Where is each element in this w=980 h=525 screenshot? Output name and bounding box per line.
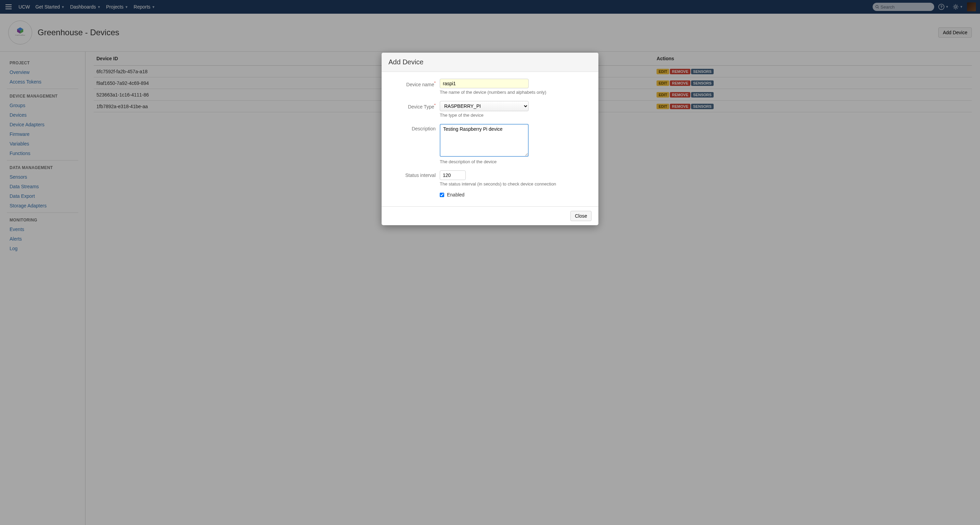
status-interval-input[interactable]: [440, 171, 466, 180]
device-type-label: Device Type*: [388, 101, 440, 110]
enabled-label: Enabled: [447, 192, 465, 198]
modal-overlay: Add Device Device name* The name of the …: [0, 0, 980, 525]
add-device-modal: Add Device Device name* The name of the …: [382, 53, 598, 225]
close-button[interactable]: Close: [570, 211, 592, 221]
modal-title: Add Device: [388, 58, 592, 66]
device-name-input[interactable]: [440, 79, 529, 88]
description-label: Description: [388, 124, 440, 131]
modal-header: Add Device: [382, 53, 598, 72]
enabled-checkbox[interactable]: [440, 193, 444, 197]
device-name-hint: The name of the device (numbers and alph…: [440, 90, 592, 95]
status-interval-label: Status interval: [388, 171, 440, 178]
description-textarea[interactable]: [440, 124, 529, 157]
description-hint: The description of the device: [440, 159, 592, 164]
device-type-select[interactable]: RASPBERRY_PI: [440, 101, 529, 111]
device-name-label: Device name*: [388, 79, 440, 87]
status-interval-hint: The status interval (in seconds) to chec…: [440, 181, 592, 187]
device-type-hint: The type of the device: [440, 113, 592, 118]
